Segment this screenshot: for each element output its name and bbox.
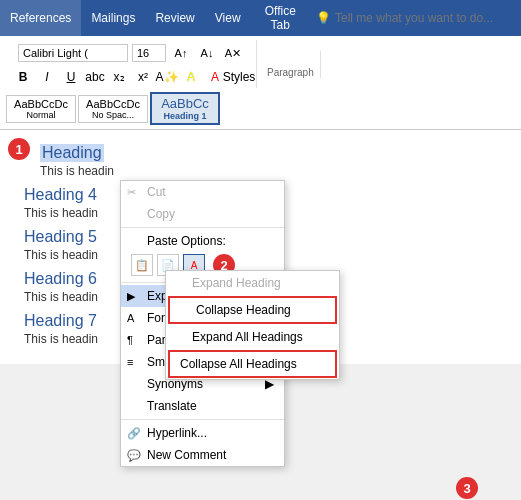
ctx-cut: ✂ Cut [121, 181, 284, 203]
tab-view[interactable]: View [205, 0, 251, 36]
lightbulb-icon: 💡 [316, 11, 331, 25]
tab-mailings[interactable]: Mailings [81, 0, 145, 36]
ctx-new-comment[interactable]: 💬 New Comment [121, 444, 284, 466]
styles-btn[interactable]: Styles [228, 66, 250, 88]
no-spacing-preview: AaBbCcDc [85, 98, 141, 110]
font-row: A↑ A↓ A✕ [18, 40, 244, 66]
font-grow-btn[interactable]: A↑ [170, 42, 192, 64]
normal-preview: AaBbCcDc [13, 98, 69, 110]
style-no-spacing[interactable]: AaBbCcDc No Spac... [78, 95, 148, 123]
badge-1: 1 [8, 138, 30, 160]
heading1-name: Heading 1 [158, 111, 212, 121]
ribbon-body: A↑ A↓ A✕ B I U abc x₂ x² A✨ A A Styles P… [0, 36, 521, 130]
ctx-separator-3 [121, 419, 284, 420]
ctx-paste-label: Paste Options: [147, 234, 226, 248]
ctx-copy-label: Copy [147, 207, 175, 221]
submenu-expand-all-label: Expand All Headings [192, 330, 303, 344]
paste-icon-1[interactable]: 📋 [131, 254, 153, 276]
heading-5-text[interactable]: Heading 7 [24, 312, 97, 329]
ctx-translate[interactable]: Translate [121, 395, 284, 417]
bold-btn[interactable]: B [12, 66, 34, 88]
badge-3: 3 [456, 477, 478, 499]
ctx-hyperlink-label: Hyperlink... [147, 426, 207, 440]
tell-me-bar: 💡 [310, 0, 521, 36]
clear-format-btn[interactable]: A✕ [222, 42, 244, 64]
heading-row-1: Heading [40, 144, 505, 162]
content-area: 1 Heading This is headin Heading 4 This … [0, 130, 521, 364]
tab-references[interactable]: References [0, 0, 81, 36]
hyperlink-icon: 🔗 [127, 427, 141, 440]
style-normal[interactable]: AaBbCcDc Normal [6, 95, 76, 123]
font-group: A↑ A↓ A✕ B I U abc x₂ x² A✨ A A Styles [6, 40, 257, 88]
ctx-paste-options: Paste Options: [121, 230, 284, 252]
tab-review[interactable]: Review [145, 0, 204, 36]
highlight-btn[interactable]: A [180, 66, 202, 88]
font-shrink-btn[interactable]: A↓ [196, 42, 218, 64]
tab-office-tab[interactable]: Office Tab [251, 0, 310, 36]
ribbon: References Mailings Review View Office T… [0, 0, 521, 36]
comment-icon: 💬 [127, 449, 141, 462]
format-row: B I U abc x₂ x² A✨ A A Styles [12, 66, 250, 88]
ctx-new-comment-label: New Comment [147, 448, 226, 462]
submenu-collapse-heading[interactable]: Collapse Heading [168, 296, 337, 324]
normal-name: Normal [13, 110, 69, 120]
cut-icon: ✂ [127, 186, 136, 199]
font-size-input[interactable] [132, 44, 166, 62]
ctx-translate-label: Translate [147, 399, 197, 413]
paragraph-group: Paragraph [261, 51, 321, 78]
no-spacing-name: No Spac... [85, 110, 141, 120]
smart-lookup-icon: ≡ [127, 356, 133, 368]
ribbon-tabs: References Mailings Review View Office T… [0, 0, 521, 36]
submenu-expand-heading: Expand Heading [166, 271, 339, 295]
ctx-copy: Copy [121, 203, 284, 225]
superscript-btn[interactable]: x² [132, 66, 154, 88]
submenu-expand-heading-label: Expand Heading [192, 276, 281, 290]
underline-btn[interactable]: U [60, 66, 82, 88]
ctx-cut-label: Cut [147, 185, 166, 199]
heading1-preview: AaBbCc [158, 96, 212, 111]
ctx-hyperlink[interactable]: 🔗 Hyperlink... [121, 422, 284, 444]
strikethrough-btn[interactable]: abc [84, 66, 106, 88]
paragraph-label: Paragraph [267, 67, 314, 78]
submenu-expand-all[interactable]: Expand All Headings [166, 325, 339, 349]
expand-collapse-icon: ▶ [127, 290, 135, 303]
style-gallery: AaBbCcDc Normal AaBbCcDc No Spac... AaBb… [6, 92, 220, 125]
font-name-input[interactable] [18, 44, 128, 62]
tell-me-input[interactable] [335, 11, 515, 25]
submenu-collapse-heading-label: Collapse Heading [196, 303, 291, 317]
text-effects-btn[interactable]: A✨ [156, 66, 178, 88]
submenu-collapse-all-label: Collapse All Headings [180, 357, 297, 371]
submenu-collapse-all-group: Collapse All Headings [168, 350, 337, 378]
submenu: Expand Heading Collapse Heading Expand A… [165, 270, 340, 380]
font-icon: A [127, 312, 134, 324]
ctx-separator-1 [121, 227, 284, 228]
body-1: This is headin [40, 164, 505, 178]
italic-btn[interactable]: I [36, 66, 58, 88]
subscript-btn[interactable]: x₂ [108, 66, 130, 88]
heading-1-text[interactable]: Heading [40, 144, 104, 162]
submenu-collapse-all[interactable]: Collapse All Headings [170, 352, 335, 376]
heading-3-text[interactable]: Heading 5 [24, 228, 97, 245]
style-heading1[interactable]: AaBbCc Heading 1 [150, 92, 220, 125]
heading-4-text[interactable]: Heading 6 [24, 270, 97, 287]
paragraph-icon: ¶ [127, 334, 133, 346]
heading-2-text[interactable]: Heading 4 [24, 186, 97, 203]
